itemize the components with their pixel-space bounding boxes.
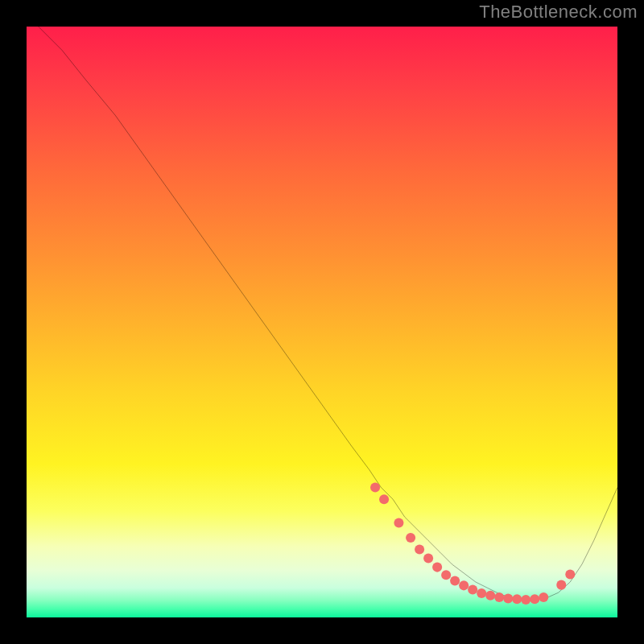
marker-dot [530,594,539,604]
plot-area [27,27,617,617]
attribution-label: TheBottleneck.com [479,2,638,23]
marker-dot [432,563,442,572]
marker-dot [512,594,522,604]
marker-dot [450,576,460,585]
marker-dot [423,554,433,564]
marker-dot [441,570,451,580]
marker-dot [494,592,504,602]
marker-dot [485,591,495,601]
marker-dot [556,580,566,590]
curve-svg [27,27,617,617]
marker-group [370,483,575,605]
marker-dot [468,584,477,594]
marker-dot [459,580,469,590]
marker-dot [370,483,380,493]
bottleneck-curve [39,27,617,600]
marker-dot [394,518,403,528]
chart-stage: TheBottleneck.com [0,0,644,644]
marker-dot [521,595,530,605]
marker-dot [379,494,389,504]
marker-dot [477,588,486,598]
marker-dot [503,593,513,603]
marker-dot [539,592,548,602]
marker-dot [565,569,575,579]
marker-dot [406,533,415,543]
marker-dot [415,545,424,555]
